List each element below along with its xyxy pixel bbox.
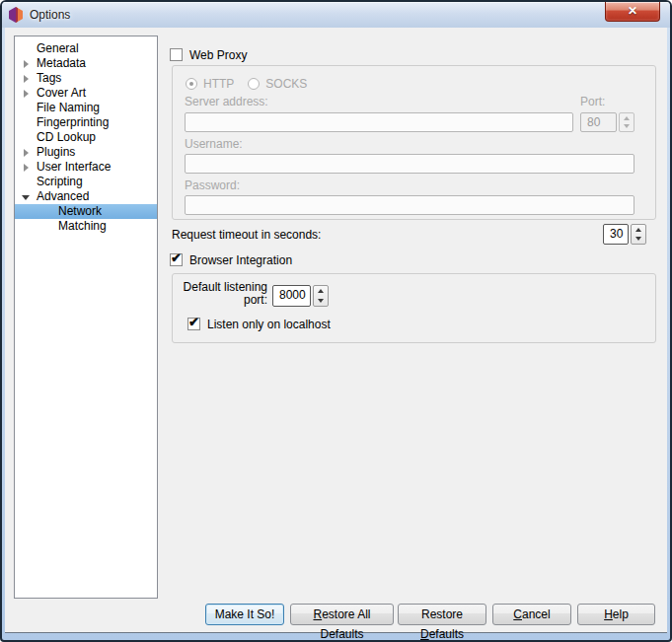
spin-up-icon[interactable] [314,286,328,296]
proxy-port-spinner: 80 [580,112,635,132]
options-dialog: Options ✕ General Metadata Tags Cover Ar… [0,0,672,642]
sidebar-item-label: General [37,41,79,56]
sidebar-item-label: Scripting [37,175,83,189]
sidebar-item-network[interactable]: Network [15,204,157,219]
expander-slot [21,103,33,114]
http-radio-label: HTTP [203,77,234,91]
sidebar-item-label: CD Lookup [37,130,96,145]
expander-slot [21,177,33,188]
http-radio [186,78,197,90]
sidebar-item-label: Metadata [37,56,86,71]
spin-down-icon[interactable] [314,296,328,306]
default-listening-port-label-line2: port: [244,293,267,307]
restore-defaults-button[interactable]: Restore Defaults [398,604,486,625]
request-timeout-label: Request timeout in seconds: [172,228,321,242]
button-label-post: ancel [522,607,551,621]
sidebar-item-cover-art[interactable]: Cover Art [15,86,157,101]
server-address-input [185,112,573,132]
username-label: Username: [185,137,243,151]
button-mnemonic: D [420,627,429,641]
sidebar-item-label: Cover Art [37,86,86,101]
button-mnemonic: H [604,607,613,621]
proxy-port-value: 80 [580,112,617,132]
spin-down-icon [620,122,634,131]
password-input [185,195,635,215]
button-label-pre: Restore [421,607,463,621]
request-timeout-spin-buttons[interactable] [631,224,646,245]
spin-up-icon [620,113,634,122]
restore-all-defaults-button[interactable]: Restore All Defaults [290,604,394,625]
checkmark-icon: ✔ [171,250,182,265]
sidebar-item-label: Fingerprinting [37,115,109,130]
help-button[interactable]: Help [577,604,655,625]
request-timeout-spinner[interactable]: 30 [603,224,646,245]
expander-slot [42,206,54,218]
socks-radio [248,78,260,90]
browser-integration-label[interactable]: Browser Integration [189,253,292,267]
default-listening-port-label-line1: Default listening [184,280,267,294]
proxy-port-label: Port: [580,95,605,108]
password-label: Password: [185,178,240,192]
sidebar-item-general[interactable]: General [15,41,157,56]
close-button[interactable]: ✕ [605,2,660,22]
chevron-right-icon[interactable] [21,58,33,70]
chevron-right-icon[interactable] [21,73,33,85]
radio-dot-icon [189,82,193,86]
proxy-protocol-radios: HTTP SOCKS [186,77,321,91]
title-bar[interactable]: Options ✕ [2,2,670,28]
listen-localhost-label[interactable]: Listen only on localhost [207,318,331,331]
proxy-port-spin-buttons [619,112,635,132]
listening-port-value[interactable]: 8000 [272,285,311,307]
sidebar-item-label: User Interface [37,160,111,175]
sidebar-item-label: Tags [37,71,61,86]
button-label-post: estore All Defaults [320,607,370,641]
sidebar-item-label: Advanced [37,189,89,204]
button-label-post: elp [613,607,629,621]
make-it-so-button[interactable]: Make It So! [205,604,284,625]
make-it-so-button-label: Make It So! [215,607,275,621]
checkmark-icon: ✔ [188,315,199,329]
listen-localhost-checkbox[interactable]: ✔ [187,318,200,330]
chevron-down-icon[interactable] [21,191,33,203]
chevron-right-icon[interactable] [21,147,33,159]
username-input [185,154,635,174]
spin-down-icon[interactable] [632,235,645,245]
button-label-post: efaults [429,627,464,641]
sidebar-item-user-interface[interactable]: User Interface [15,160,157,175]
sidebar-item-matching[interactable]: Matching [15,219,157,234]
chevron-right-icon[interactable] [21,88,33,100]
listening-port-spinner[interactable]: 8000 [272,285,329,307]
sidebar-item-label: File Naming [37,101,100,115]
options-category-tree[interactable]: General Metadata Tags Cover Art File Nam… [14,36,158,599]
sidebar-item-file-naming[interactable]: File Naming [15,101,157,115]
browser-integration-group: Default listening port: 8000 ✔ Listen on… [172,273,656,343]
button-mnemonic: C [513,607,522,621]
chevron-right-icon[interactable] [21,162,33,174]
sidebar-item-label: Matching [58,219,107,234]
sidebar-item-plugins[interactable]: Plugins [15,145,157,160]
listening-port-spin-buttons[interactable] [313,285,329,307]
close-icon: ✕ [628,4,637,18]
sidebar-item-advanced[interactable]: Advanced [15,189,157,204]
window-title: Options [30,8,70,22]
sidebar-item-scripting[interactable]: Scripting [15,175,157,189]
sidebar-item-fingerprinting[interactable]: Fingerprinting [15,115,157,130]
web-proxy-group: HTTP SOCKS Server address: Port: 80 User… [172,65,656,220]
cancel-button[interactable]: Cancel [492,604,571,625]
sidebar-item-label: Plugins [37,145,75,160]
browser-integration-checkbox[interactable]: ✔ [170,253,183,266]
socks-radio-label: SOCKS [265,77,307,91]
sidebar-item-tags[interactable]: Tags [15,71,157,86]
sidebar-item-label: Network [58,204,102,219]
web-proxy-label[interactable]: Web Proxy [189,48,247,62]
web-proxy-checkbox[interactable] [170,48,183,61]
sidebar-item-metadata[interactable]: Metadata [15,56,157,71]
expander-slot [21,43,33,55]
default-listening-port-label: Default listening port: [177,281,267,307]
spin-up-icon[interactable] [632,225,645,235]
sidebar-item-cd-lookup[interactable]: CD Lookup [15,130,157,145]
request-timeout-value[interactable]: 30 [603,224,629,245]
picard-app-icon [8,7,24,23]
dialog-body: General Metadata Tags Cover Art File Nam… [5,28,667,633]
expander-slot [21,117,33,129]
